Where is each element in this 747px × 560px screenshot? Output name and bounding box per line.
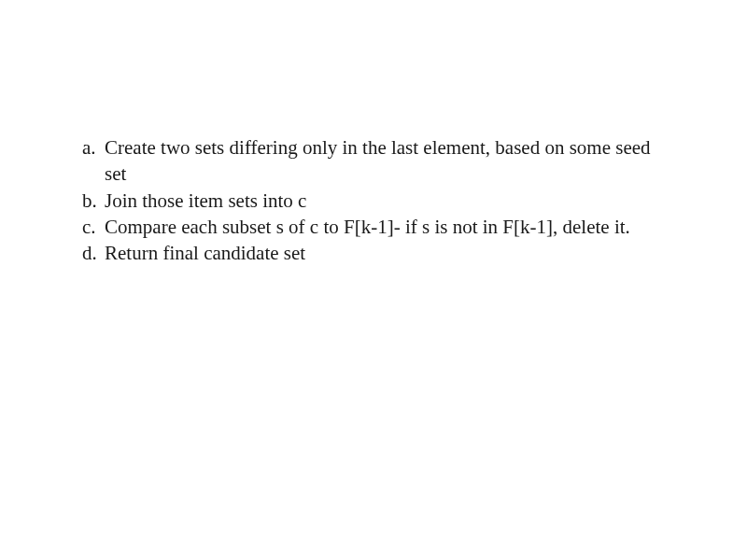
list-marker: c. bbox=[82, 214, 105, 240]
list-item: b. Join those item sets into c bbox=[82, 188, 665, 214]
list-text: Compare each subset s of c to F[k-1]- if… bbox=[105, 214, 665, 240]
list-item: a. Create two sets differing only in the… bbox=[82, 134, 665, 188]
list-marker: d. bbox=[82, 240, 105, 266]
list-marker: b. bbox=[82, 188, 105, 214]
list-text: Create two sets differing only in the la… bbox=[105, 134, 665, 188]
ordered-list: a. Create two sets differing only in the… bbox=[82, 134, 665, 267]
list-item: c. Compare each subset s of c to F[k-1]-… bbox=[82, 214, 665, 240]
list-text: Join those item sets into c bbox=[105, 188, 665, 214]
list-item: d. Return final candidate set bbox=[82, 240, 665, 266]
list-text: Return final candidate set bbox=[105, 240, 665, 266]
list-marker: a. bbox=[82, 134, 105, 188]
